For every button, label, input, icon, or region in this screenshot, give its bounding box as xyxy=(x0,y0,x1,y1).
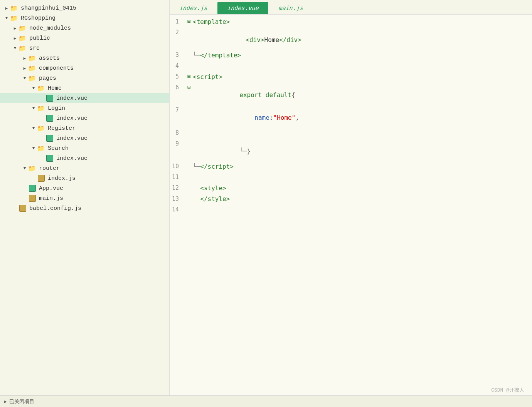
vue-file-icon xyxy=(28,185,37,192)
sidebar-item-main-js[interactable]: main.js xyxy=(0,193,169,203)
code-editor[interactable]: 1 ⊟ <template> 2 <div>Home</div> 3 └─</t… xyxy=(170,15,532,395)
code-line-2: 2 <div>Home</div> xyxy=(170,28,532,51)
sidebar-item-home[interactable]: Home xyxy=(0,83,169,93)
vue-file-icon xyxy=(45,135,54,142)
sidebar-item-assets[interactable]: assets xyxy=(0,53,169,63)
code-line-6: 6 ⊟ export default{ xyxy=(170,84,532,106)
code-line-10: 10 └─</script> xyxy=(170,162,532,173)
arrow-icon xyxy=(30,146,37,151)
watermark: CSDN @开撩人 xyxy=(491,387,524,394)
code-line-9: 9 └─} xyxy=(170,140,532,162)
sidebar-item-shangpinhui[interactable]: shangpinhui_0415 xyxy=(0,3,169,13)
code-line-14: 14 xyxy=(170,206,532,216)
sidebar-item-app-vue[interactable]: App.vue xyxy=(0,183,169,193)
sidebar-item-login[interactable]: Login xyxy=(0,103,169,113)
sidebar-item-router-index-js[interactable]: index.js xyxy=(0,173,169,183)
vue-file-icon xyxy=(45,155,54,162)
sidebar-item-router[interactable]: router xyxy=(0,163,169,173)
folder-icon xyxy=(10,15,19,22)
arrow-icon xyxy=(12,46,19,50)
folder-icon xyxy=(37,145,45,152)
code-line-4: 4 xyxy=(170,62,532,73)
sidebar-item-register-index-vue[interactable]: index.vue xyxy=(0,133,169,143)
sidebar-item-components[interactable]: components xyxy=(0,63,169,73)
tab-index-js[interactable]: index.js xyxy=(170,2,217,14)
folder-icon xyxy=(28,165,37,172)
folder-icon xyxy=(10,5,19,12)
sidebar-item-src[interactable]: src xyxy=(0,43,169,53)
code-line-1: 1 ⊟ <template> xyxy=(170,18,532,28)
code-line-12: 12 <style> xyxy=(170,184,532,195)
sidebar-item-search-index-vue[interactable]: index.vue xyxy=(0,153,169,163)
arrow-icon xyxy=(30,126,37,131)
code-line-5: 5 ⊟ <script> xyxy=(170,73,532,84)
tab-index-vue[interactable]: index.vue xyxy=(217,2,268,14)
vue-file-icon xyxy=(45,115,54,122)
js-file-icon xyxy=(28,195,37,202)
code-line-11: 11 xyxy=(170,173,532,184)
code-line-3: 3 └─</template> xyxy=(170,51,532,62)
folder-icon xyxy=(37,105,45,112)
arrow-icon xyxy=(12,26,19,31)
js-file-icon xyxy=(37,175,45,182)
folder-icon xyxy=(19,45,27,52)
folder-icon xyxy=(28,65,37,72)
arrow-icon xyxy=(3,16,10,20)
file-tree: shangpinhui_0415 RGshopping node_modules… xyxy=(0,0,170,395)
tab-bar: index.js index.vue main.js xyxy=(170,0,532,15)
folder-icon xyxy=(28,55,37,62)
arrow-icon xyxy=(12,36,19,41)
folder-icon xyxy=(19,35,27,42)
folder-icon xyxy=(28,75,37,82)
sidebar-item-node-modules[interactable]: node_modules xyxy=(0,23,169,33)
arrow-icon xyxy=(21,166,28,171)
bottom-bar-label: 已关闭项目 xyxy=(9,398,34,405)
bottom-bar: ▶ 已关闭项目 xyxy=(0,395,532,407)
tab-main-js[interactable]: main.js xyxy=(269,2,313,14)
vue-file-icon xyxy=(45,95,54,102)
folder-icon xyxy=(37,85,45,92)
arrow-icon xyxy=(21,56,28,61)
sidebar-item-register[interactable]: Register xyxy=(0,123,169,133)
js-file-icon xyxy=(19,205,27,212)
sidebar-item-pages[interactable]: pages xyxy=(0,73,169,83)
editor-area: index.js index.vue main.js 1 ⊟ <template… xyxy=(170,0,532,395)
folder-icon xyxy=(19,25,27,32)
arrow-right-icon: ▶ xyxy=(4,399,7,405)
code-line-13: 13 </style> xyxy=(170,195,532,206)
sidebar-item-babel-config[interactable]: babel.config.js xyxy=(0,203,169,213)
arrow-icon xyxy=(30,106,37,111)
arrow-icon xyxy=(21,76,28,80)
sidebar-item-rgshopping[interactable]: RGshopping xyxy=(0,13,169,23)
arrow-icon xyxy=(30,86,37,90)
sidebar-item-search[interactable]: Search xyxy=(0,143,169,153)
arrow-icon xyxy=(21,66,28,71)
code-line-8: 8 xyxy=(170,129,532,140)
sidebar-item-public[interactable]: public xyxy=(0,33,169,43)
sidebar-item-login-index-vue[interactable]: index.vue xyxy=(0,113,169,123)
folder-icon xyxy=(37,125,45,132)
code-line-7: 7 name:"Home", xyxy=(170,106,532,129)
arrow-icon xyxy=(3,6,10,11)
sidebar-item-home-index-vue[interactable]: index.vue xyxy=(0,93,169,103)
